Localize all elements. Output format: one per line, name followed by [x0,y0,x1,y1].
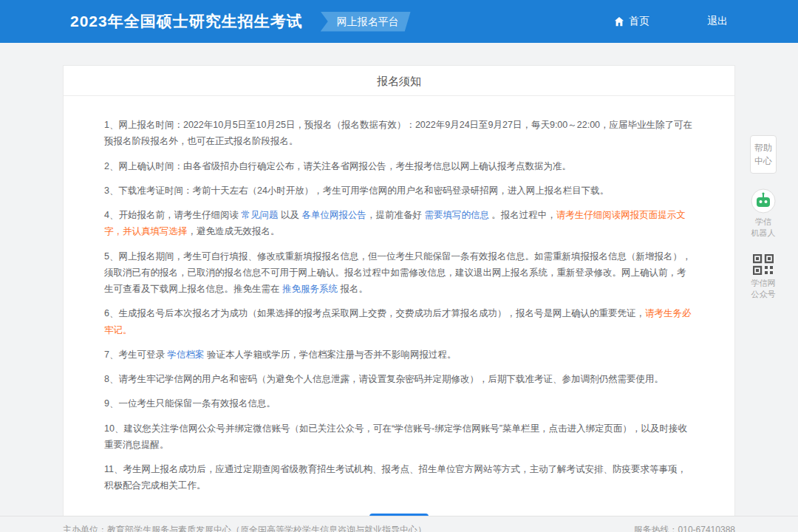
platform-badge: 网上报名平台 [321,12,411,32]
notice-text: 9、一位考生只能保留一条有效报名信息。 [104,398,276,409]
notice-item: 1、网上报名时间：2022年10月5日至10月25日，预报名（报名数据有效）：2… [104,117,694,150]
notice-item: 4、开始报名前，请考生仔细阅读 常见问题 以及 各单位网报公告，提前准备好 需要… [104,207,694,240]
notice-text: 验证本人学籍或学历，学信档案注册与否并不影响网报过程。 [204,349,456,360]
inline-link[interactable]: 需要填写的信息 [424,210,489,220]
notice-text: 5、网上报名期间，考生可自行填报、修改或重新填报报名信息，但一位考生只能保留一条… [104,251,691,295]
notice-text: 10、建议您关注学信网公众号并绑定微信账号（如已关注公众号，可在“学信账号-绑定… [104,423,687,450]
notice-text: 7、考生可登录 [104,349,167,360]
notice-text: ，提前准备好 [366,210,424,220]
notice-text: 2、网上确认时间：由各省级招办自行确定公布，请关注各省网报公告，考生报考信息以网… [104,161,571,171]
notice-item: 9、一位考生只能保留一条有效报名信息。 [104,395,694,412]
nav-logout[interactable]: 退出 [707,15,728,28]
notice-text: 3、下载准考证时间：考前十天左右（24小时开放），考生可用学信网的用户名和密码登… [104,185,609,196]
qrcode-button[interactable]: 学信网 公众号 [751,254,776,301]
footer-organizer: 主办单位：教育部学生服务与素质发展中心（原全国高等学校学生信息咨询与就业指导中心… [63,524,426,532]
help-center-button[interactable]: 帮助 中心 [750,135,777,174]
notice-text: 11、考生网上报名成功后，应通过定期查阅省级教育招生考试机构、报考点、招生单位官… [104,464,686,491]
robot-label: 学信 机器人 [751,216,776,239]
qrcode-icon [753,254,774,275]
notice-text: 1、网上报名时间：2022年10月5日至10月25日，预报名（报名数据有效）：2… [104,120,692,146]
home-icon [614,16,624,27]
notice-item: 2、网上确认时间：由各省级招办自行确定公布，请关注各省网报公告，考生报考信息以网… [104,158,694,174]
notice-list: 1、网上报名时间：2022年10月5日至10月25日，预报名（报名数据有效）：2… [104,117,694,494]
inline-link[interactable]: 常见问题 [241,210,278,220]
notice-item: 3、下载准考证时间：考前十天左右（24小时开放），考生可用学信网的用户名和密码登… [104,183,694,199]
nav-home[interactable]: 首页 [614,15,649,28]
robot-icon [751,188,776,214]
notice-text: ，避免造成无效报名。 [188,226,280,236]
header-nav: 首页 退出 [614,15,728,28]
notice-item: 7、考生可登录 学信档案 验证本人学籍或学历，学信档案注册与否并不影响网报过程。 [104,347,694,363]
notice-text: 。报名过程中， [489,210,556,220]
notice-title: 报名须知 [64,66,734,96]
inline-link[interactable]: 学信档案 [167,349,204,360]
notice-text: 8、请考生牢记学信网的用户名和密码（为避免个人信息泄露，请设置复杂密码并定期修改… [104,374,664,384]
robot-assistant-button[interactable]: 学信 机器人 [751,188,776,239]
inline-link[interactable]: 各单位网报公告 [301,210,366,220]
footer-hotline: 服务热线：010-67410388 [634,524,735,532]
notice-text: 4、开始报名前，请考生仔细阅读 [104,210,241,220]
notice-text: 6、生成报名号后本次报名才为成功（如果选择的报考点采取网上交费，交费成功后才算报… [104,308,645,318]
notice-card: 报名须知 1、网上报名时间：2022年10月5日至10月25日，预报名（报名数据… [63,65,735,532]
notice-item: 8、请考生牢记学信网的用户名和密码（为避免个人信息泄露，请设置复杂密码并定期修改… [104,371,694,387]
notice-item: 10、建议您关注学信网公众号并绑定微信账号（如已关注公众号，可在“学信账号-绑定… [104,420,694,454]
notice-text: 以及 [278,210,301,220]
inline-link[interactable]: 推免服务系统 [282,284,338,294]
notice-body: 1、网上报名时间：2022年10月5日至10月25日，预报名（报名数据有效）：2… [64,96,734,532]
notice-item: 6、生成报名号后本次报名才为成功（如果选择的报考点采取网上交费，交费成功后才算报… [104,305,694,338]
nav-home-label: 首页 [629,15,649,28]
notice-text: 报名。 [338,284,368,294]
float-panel: 帮助 中心 学信 机器人 学信网 公众号 [745,135,782,301]
top-header: 2023年全国硕士研究生招生考试 网上报名平台 首页 退出 [0,0,798,43]
nav-logout-label: 退出 [707,15,728,28]
page-footer: 主办单位：教育部学生服务与素质发展中心（原全国高等学校学生信息咨询与就业指导中心… [0,516,798,532]
site-title: 2023年全国硕士研究生招生考试 [70,11,303,32]
notice-item: 5、网上报名期间，考生可自行填报、修改或重新填报报名信息，但一位考生只能保留一条… [104,248,694,298]
qrcode-label: 学信网 公众号 [751,278,776,301]
notice-item: 11、考生网上报名成功后，应通过定期查阅省级教育招生考试机构、报考点、招生单位官… [104,461,694,494]
